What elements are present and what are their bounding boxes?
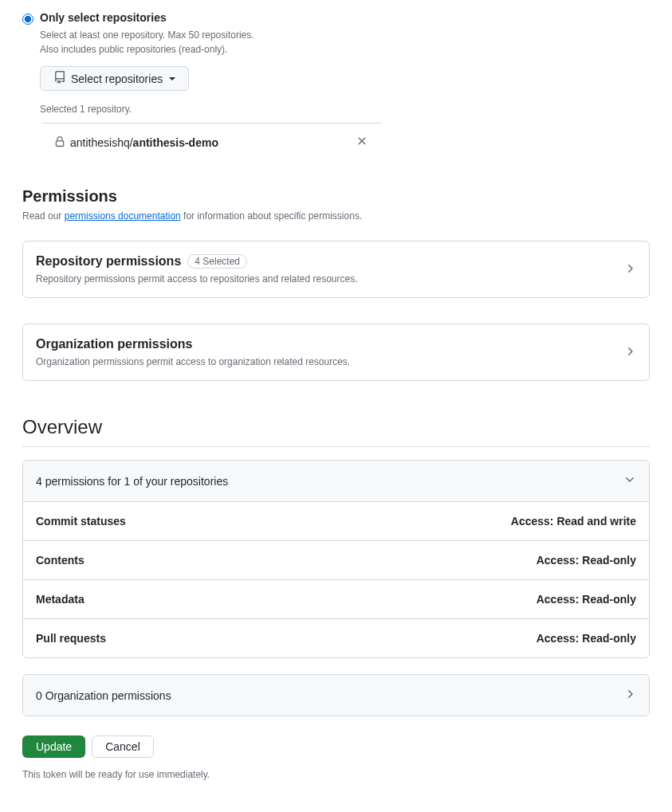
perm-access: Access: Read and write <box>511 515 636 528</box>
overview-row: Pull requests Access: Read-only <box>23 618 649 657</box>
chevron-right-icon <box>623 688 636 703</box>
radio-description: Select at least one repository. Max 50 r… <box>40 28 650 57</box>
remove-repo-icon[interactable] <box>352 135 371 151</box>
repo-perm-badge: 4 Selected <box>187 254 247 269</box>
permissions-subtext: Read our permissions documentation for i… <box>22 210 650 222</box>
chevron-right-icon <box>623 262 636 277</box>
only-select-repos-radio[interactable] <box>22 14 33 25</box>
org-perm-title: Organization permissions <box>36 337 192 351</box>
overview-heading: Overview <box>22 416 650 447</box>
org-permissions-overview: 0 Organization permissions <box>22 674 650 716</box>
repo-owner: antithesishq/ <box>70 136 133 149</box>
chevron-down-icon <box>623 473 636 488</box>
perm-access: Access: Read-only <box>536 632 636 645</box>
selected-repo-item: antithesishq/antithesis-demo <box>41 123 381 162</box>
footer-note: This token will be ready for use immedia… <box>22 769 650 780</box>
dropdown-caret-icon <box>169 77 175 80</box>
selected-repo-count: Selected 1 repository. <box>40 104 650 115</box>
perm-name: Contents <box>36 554 84 567</box>
repo-name: antithesis-demo <box>133 136 218 149</box>
perm-name: Pull requests <box>36 632 106 645</box>
repo-icon <box>53 71 66 86</box>
cancel-button[interactable]: Cancel <box>92 736 154 758</box>
perm-name: Commit statuses <box>36 515 126 528</box>
chevron-right-icon <box>623 345 636 360</box>
org-perm-desc: Organization permissions permit access t… <box>36 356 350 367</box>
repository-permissions-card[interactable]: Repository permissions 4 Selected Reposi… <box>22 241 650 298</box>
overview-row: Contents Access: Read-only <box>23 540 649 579</box>
select-repositories-button[interactable]: Select repositories <box>40 66 189 91</box>
lock-icon <box>54 136 65 150</box>
permissions-heading: Permissions <box>22 187 650 206</box>
perm-name: Metadata <box>36 593 84 606</box>
permissions-doc-link[interactable]: permissions documentation <box>65 210 181 222</box>
only-select-repos-label: Only select repositories <box>40 11 167 24</box>
org-overview-header[interactable]: 0 Organization permissions <box>23 675 649 716</box>
repo-perm-desc: Repository permissions permit access to … <box>36 273 358 284</box>
repo-perm-title: Repository permissions <box>36 254 181 269</box>
update-button[interactable]: Update <box>22 736 85 758</box>
overview-row: Commit statuses Access: Read and write <box>23 501 649 540</box>
organization-permissions-card[interactable]: Organization permissions Organization pe… <box>22 324 650 381</box>
perm-access: Access: Read-only <box>536 593 636 606</box>
repo-permissions-overview: 4 permissions for 1 of your repositories… <box>22 460 650 658</box>
perm-access: Access: Read-only <box>536 554 636 567</box>
repo-overview-header[interactable]: 4 permissions for 1 of your repositories <box>23 461 649 501</box>
overview-row: Metadata Access: Read-only <box>23 579 649 618</box>
